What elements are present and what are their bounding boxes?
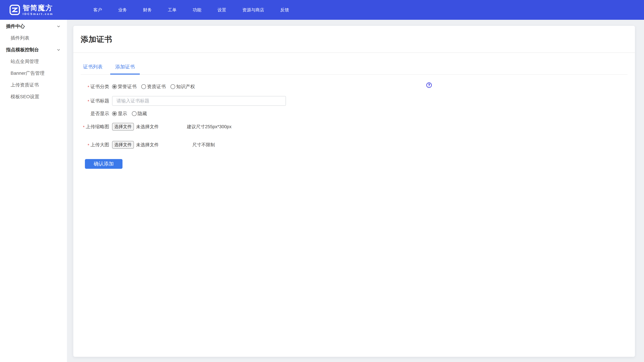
cert-title-input[interactable] <box>112 96 286 106</box>
radio-label: 隐藏 <box>138 110 147 117</box>
required-marker: * <box>88 85 89 90</box>
sidebar-group-template-console[interactable]: 指点模板控制台 <box>0 44 67 56</box>
radio-label: 显示 <box>118 110 127 117</box>
field-label-category: *证书分类 <box>81 83 109 90</box>
large-image-choose-file-button[interactable]: 选择文件 <box>112 141 134 149</box>
radio-label: 资质证书 <box>147 83 166 90</box>
required-marker: * <box>83 125 84 130</box>
sidebar-item-label: Banner广告管理 <box>10 70 44 76</box>
category-radio-group: 荣誉证书 资质证书 知识产权 <box>112 83 200 90</box>
nav-item-business[interactable]: 业务 <box>118 0 127 20</box>
confirm-add-button[interactable]: 确认添加 <box>85 159 122 169</box>
sidebar-group-plugin-center[interactable]: 插件中心 <box>0 20 67 32</box>
sidebar-item-site-global-management[interactable]: 站点全局管理 <box>0 56 67 67</box>
thumbnail-size-hint: 建议尺寸255px*300px <box>187 124 232 130</box>
help-icon[interactable]: ? <box>426 82 432 88</box>
content-card: 添加证书 证书列表 添加证书 ? *证书分类 荣誉证书 <box>73 26 635 357</box>
radio-icon[interactable] <box>141 84 146 89</box>
page-title: 添加证书 <box>73 26 635 44</box>
nav-item-resources-store[interactable]: 资源与商店 <box>242 0 264 20</box>
radio-icon[interactable] <box>112 111 117 116</box>
nav-item-features[interactable]: 功能 <box>193 0 201 20</box>
tab-add-cert[interactable]: 添加证书 <box>115 63 135 74</box>
sidebar-item-plugin-list[interactable]: 插件列表 <box>0 32 67 44</box>
radio-option-qualification-cert[interactable]: 资质证书 <box>141 83 166 90</box>
large-image-size-hint: 尺寸不限制 <box>192 142 215 148</box>
brand-domain: IDCSmart.com <box>23 12 53 15</box>
large-image-file-status: 未选择文件 <box>136 142 159 148</box>
radio-label: 荣誉证书 <box>118 83 136 90</box>
nav-item-finance[interactable]: 财务 <box>143 0 152 20</box>
radio-option-honor-cert[interactable]: 荣誉证书 <box>112 83 136 90</box>
tabs-bar: 证书列表 添加证书 <box>81 53 628 75</box>
required-marker: * <box>88 143 89 148</box>
thumbnail-choose-file-button[interactable]: 选择文件 <box>112 123 134 131</box>
nav-item-settings[interactable]: 设置 <box>218 0 226 20</box>
sidebar-item-upload-qualification-cert[interactable]: 上传资质证书 <box>0 79 67 91</box>
main-content: 添加证书 证书列表 添加证书 ? *证书分类 荣誉证书 <box>67 20 644 362</box>
nav-item-tickets[interactable]: 工单 <box>168 0 176 20</box>
form-row-category: *证书分类 荣誉证书 资质证书 知识产权 <box>81 82 635 92</box>
sidebar-item-label: 插件列表 <box>10 35 29 41</box>
sidebar-item-label: 模板SEO设置 <box>10 94 39 100</box>
field-label-title: *证书标题 <box>81 98 109 104</box>
radio-option-hide[interactable]: 隐藏 <box>132 110 147 117</box>
form-row-large-image-upload: *上传大图 选择文件 未选择文件 尺寸不限制 <box>81 141 635 149</box>
sidebar: 插件中心 插件列表 指点模板控制台 站点全局管理 Banner广告管理 上传资质… <box>0 20 67 362</box>
field-label-thumbnail: *上传缩略图 <box>81 124 109 130</box>
tab-cert-list[interactable]: 证书列表 <box>83 63 102 74</box>
sidebar-item-label: 站点全局管理 <box>10 58 39 65</box>
chevron-down-icon <box>56 24 60 28</box>
form-row-thumbnail-upload: *上传缩略图 选择文件 未选择文件 建议尺寸255px*300px <box>81 123 635 131</box>
radio-option-show[interactable]: 显示 <box>112 110 127 117</box>
radio-icon[interactable] <box>170 84 175 89</box>
brand-logo[interactable]: 智简魔方 IDCSmart.com <box>10 4 53 15</box>
form-row-title: *证书标题 <box>81 96 635 106</box>
add-cert-form: *证书分类 荣誉证书 资质证书 知识产权 <box>73 75 635 169</box>
required-marker: * <box>88 99 89 104</box>
sidebar-item-template-seo-settings[interactable]: 模板SEO设置 <box>0 91 67 103</box>
visibility-radio-group: 显示 隐藏 <box>112 110 152 117</box>
field-label-large-image: *上传大图 <box>81 142 109 148</box>
brand-logo-icon <box>10 5 20 15</box>
sidebar-group-label: 指点模板控制台 <box>6 47 56 53</box>
radio-option-intellectual-property[interactable]: 知识产权 <box>170 83 195 90</box>
radio-icon[interactable] <box>132 111 136 116</box>
brand-name: 智简魔方 <box>23 4 53 11</box>
sidebar-item-label: 上传资质证书 <box>10 82 39 88</box>
field-label-visibility: 是否显示 <box>81 110 109 117</box>
form-row-visibility: 是否显示 显示 隐藏 <box>81 109 635 119</box>
chevron-down-icon <box>56 48 60 52</box>
nav-item-feedback[interactable]: 反馈 <box>280 0 289 20</box>
sidebar-group-label: 插件中心 <box>6 23 56 29</box>
thumbnail-file-status: 未选择文件 <box>136 124 159 130</box>
radio-icon[interactable] <box>112 84 117 89</box>
top-navbar: 智简魔方 IDCSmart.com 客户 业务 财务 工单 功能 设置 资源与商… <box>0 0 644 20</box>
nav-item-customers[interactable]: 客户 <box>93 0 102 20</box>
radio-label: 知识产权 <box>176 83 195 90</box>
form-row-submit: 确认添加 <box>81 159 635 169</box>
main-nav: 客户 业务 财务 工单 功能 设置 资源与商店 反馈 <box>93 0 289 20</box>
sidebar-item-banner-ad-management[interactable]: Banner广告管理 <box>0 67 67 79</box>
